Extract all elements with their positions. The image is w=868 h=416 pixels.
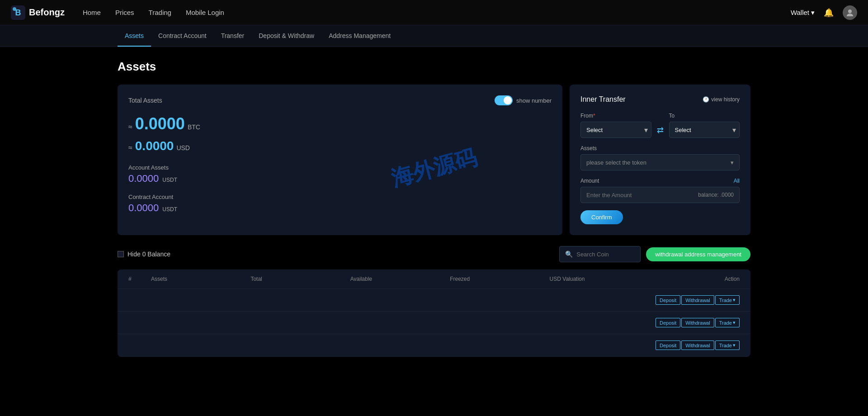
nav-right: Wallet ▾ 🔔 bbox=[791, 5, 857, 20]
nav-mobile-login[interactable]: Mobile Login bbox=[186, 9, 224, 16]
account-assets-value: 0.0000 bbox=[128, 173, 159, 184]
col-assets: Assets bbox=[151, 276, 250, 282]
usd-value-row: ≈ 0.0000 USD bbox=[128, 139, 552, 155]
deposit-button-row2[interactable]: Deposit bbox=[656, 318, 680, 327]
sub-nav: Assets Contract Account Transfer Deposit… bbox=[0, 25, 868, 47]
search-coin-wrapper: 🔍 bbox=[559, 246, 641, 262]
balance-text: balance: .0000 bbox=[698, 192, 734, 198]
trade-button-row1[interactable]: Trade ▾ bbox=[715, 295, 740, 305]
col-available: Available bbox=[350, 276, 450, 282]
contract-account-section: Contract Account 0.0000 USDT bbox=[128, 194, 552, 214]
token-select-wrapper: please select the token ▾ bbox=[580, 154, 740, 170]
avatar-icon bbox=[845, 8, 854, 17]
contract-account-label: Contract Account bbox=[128, 194, 552, 200]
bottom-toolbar: Hide 0 Balance 🔍 withdrawal address mana… bbox=[118, 246, 750, 262]
logo-area[interactable]: B Befongz bbox=[11, 5, 65, 20]
subnav-address-management[interactable]: Address Management bbox=[321, 25, 398, 47]
subnav-assets[interactable]: Assets bbox=[118, 25, 151, 47]
card-header: Total Assets show number bbox=[128, 95, 552, 105]
usd-value: 0.0000 bbox=[135, 139, 174, 153]
action-buttons-row3: Deposit Withdrawal Trade ▾ bbox=[649, 340, 740, 350]
to-label: To bbox=[669, 113, 740, 119]
hide-zero-checkbox[interactable] bbox=[118, 251, 124, 257]
token-select-dropdown[interactable]: please select the token ▾ bbox=[580, 154, 740, 170]
table-header: # Assets Total Available Freezed USD Val… bbox=[118, 269, 750, 289]
inner-transfer-header: Inner Transfer 🕐 view history bbox=[580, 95, 740, 104]
table-row: Deposit Withdrawal Trade ▾ bbox=[118, 289, 750, 312]
confirm-button[interactable]: Confirm bbox=[580, 210, 623, 224]
from-to-row: From* Select Spot Contract ▾ ⇄ To bbox=[580, 113, 740, 138]
to-select[interactable]: Select Spot Contract bbox=[669, 122, 740, 138]
all-link[interactable]: All bbox=[734, 178, 740, 184]
col-hash: # bbox=[128, 276, 151, 282]
search-coin-icon: 🔍 bbox=[565, 251, 573, 258]
from-label: From* bbox=[580, 113, 651, 119]
amount-section: Amount All balance: .0000 bbox=[580, 178, 740, 203]
account-assets-currency: USDT bbox=[162, 177, 177, 183]
btc-value-row: ≈ 0.0000 BTC bbox=[128, 114, 552, 135]
withdrawal-button-row2[interactable]: Withdrawal bbox=[681, 318, 714, 327]
svg-point-2 bbox=[13, 7, 16, 11]
swap-icon[interactable]: ⇄ bbox=[657, 125, 664, 138]
subnav-contract-account[interactable]: Contract Account bbox=[151, 25, 214, 47]
table-row: Deposit Withdrawal Trade ▾ bbox=[118, 334, 750, 357]
svg-point-3 bbox=[848, 9, 852, 13]
trade-chevron-icon: ▾ bbox=[733, 320, 736, 326]
wallet-button[interactable]: Wallet ▾ bbox=[791, 9, 815, 17]
view-history-button[interactable]: 🕐 view history bbox=[703, 96, 740, 103]
withdrawal-button-row1[interactable]: Withdrawal bbox=[681, 295, 714, 305]
inner-transfer-title: Inner Transfer bbox=[580, 95, 626, 104]
account-assets-section: Account Assets 0.0000 USDT bbox=[128, 164, 552, 184]
contract-account-currency: USDT bbox=[162, 206, 177, 213]
col-freezed: Freezed bbox=[450, 276, 549, 282]
btc-label: BTC bbox=[188, 123, 200, 131]
nav-trading[interactable]: Trading bbox=[149, 9, 171, 16]
assets-row: Assets please select the token ▾ bbox=[580, 145, 740, 170]
deposit-button-row1[interactable]: Deposit bbox=[656, 295, 680, 305]
right-tools: 🔍 withdrawal address management bbox=[559, 246, 750, 262]
usd-label: USD bbox=[176, 144, 190, 151]
from-select[interactable]: Select Spot Contract bbox=[580, 122, 651, 138]
search-coin-input[interactable] bbox=[576, 251, 635, 258]
main-content: Assets Total Assets show number ≈ 0.0000… bbox=[0, 47, 868, 369]
table-row: Deposit Withdrawal Trade ▾ bbox=[118, 312, 750, 334]
contract-account-value: 0.0000 bbox=[128, 202, 159, 214]
deposit-button-row3[interactable]: Deposit bbox=[656, 340, 680, 350]
page-title: Assets bbox=[118, 60, 750, 74]
logo-text: Befongz bbox=[29, 7, 65, 18]
action-buttons-row1: Deposit Withdrawal Trade ▾ bbox=[649, 295, 740, 305]
inner-transfer-card: Inner Transfer 🕐 view history From* Sele… bbox=[570, 85, 750, 235]
hide-zero-label[interactable]: Hide 0 Balance bbox=[118, 251, 170, 258]
subnav-deposit-withdraw[interactable]: Deposit & Withdraw bbox=[251, 25, 321, 47]
col-action: Action bbox=[649, 276, 740, 282]
notification-bell-icon[interactable]: 🔔 bbox=[824, 8, 834, 18]
assets-table: # Assets Total Available Freezed USD Val… bbox=[118, 269, 750, 357]
amount-input[interactable] bbox=[586, 192, 698, 199]
subnav-transfer[interactable]: Transfer bbox=[214, 25, 252, 47]
two-col-layout: Total Assets show number ≈ 0.0000 BTC ≈ … bbox=[118, 85, 750, 235]
total-assets-title: Total Assets bbox=[128, 97, 162, 104]
col-usd-valuation: USD Valuation bbox=[550, 276, 649, 282]
withdrawal-address-management-button[interactable]: withdrawal address management bbox=[646, 247, 750, 261]
top-nav: B Befongz Home Prices Trading Mobile Log… bbox=[0, 0, 868, 25]
toggle-knob bbox=[504, 96, 512, 104]
nav-home[interactable]: Home bbox=[83, 9, 101, 16]
history-clock-icon: 🕐 bbox=[703, 96, 709, 103]
show-number-toggle[interactable]: show number bbox=[495, 95, 552, 105]
to-select-wrapper: Select Spot Contract ▾ bbox=[669, 122, 740, 138]
nav-links: Home Prices Trading Mobile Login bbox=[83, 9, 791, 16]
trade-button-row3[interactable]: Trade ▾ bbox=[715, 340, 740, 350]
from-select-wrapper: Select Spot Contract ▾ bbox=[580, 122, 651, 138]
amount-label: Amount bbox=[580, 178, 599, 184]
toggle-switch[interactable] bbox=[495, 95, 513, 105]
amount-header: Amount All bbox=[580, 178, 740, 184]
from-group: From* Select Spot Contract ▾ bbox=[580, 113, 651, 138]
trade-button-row2[interactable]: Trade ▾ bbox=[715, 318, 740, 327]
withdrawal-button-row3[interactable]: Withdrawal bbox=[681, 340, 714, 350]
total-assets-card: Total Assets show number ≈ 0.0000 BTC ≈ … bbox=[118, 85, 562, 235]
user-avatar[interactable] bbox=[843, 5, 857, 20]
assets-label: Assets bbox=[580, 145, 740, 151]
trade-chevron-icon: ▾ bbox=[733, 342, 736, 348]
token-chevron-down-icon: ▾ bbox=[731, 159, 734, 166]
nav-prices[interactable]: Prices bbox=[115, 9, 134, 16]
